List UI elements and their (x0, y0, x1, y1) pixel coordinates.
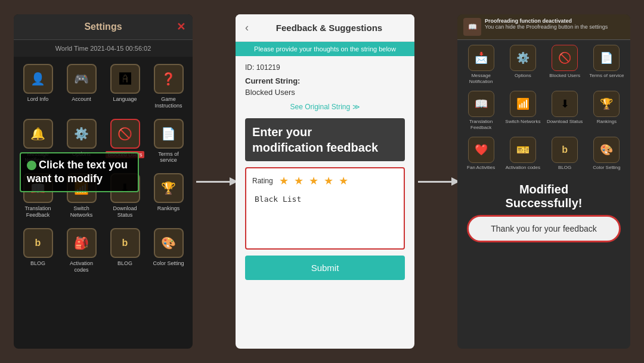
color-label: Color Setting (153, 260, 184, 267)
arrow-2 (418, 181, 454, 183)
current-string-label: Current String: (245, 76, 405, 85)
success-item-activation[interactable]: 🎫 Activation codes (503, 134, 543, 173)
feedback-panel: ‹ Feedback & Suggestions Please provide … (236, 14, 414, 349)
settings-close-button[interactable]: ✕ (177, 20, 185, 33)
success-color-icon: 🎨 (593, 137, 620, 163)
settings-item-blog2[interactable]: b BLOG (104, 224, 145, 277)
settings-title: Settings (84, 21, 122, 32)
account-icon: 🎮 (67, 64, 97, 94)
success-blog-label: BLOG (558, 165, 571, 171)
success-rankings-label: Rankings (597, 119, 617, 125)
success-terms-label: Terms of service (589, 73, 624, 79)
settings-item-blog1[interactable]: b BLOG (17, 224, 58, 277)
success-fan-label: Fan Activities (467, 165, 495, 171)
settings-item-game-instructions[interactable]: ❓ Game Instructions (148, 60, 189, 113)
settings-item-lord-info[interactable]: 👤 Lord Info (17, 60, 58, 113)
settings-item-language[interactable]: 🅰 Language (104, 60, 145, 113)
instruction-overlay: Click the text you want to modify (20, 152, 139, 192)
download-label: Download Status (106, 205, 144, 219)
activation-label: Activation codes (62, 260, 101, 273)
back-button[interactable]: ‹ (245, 21, 249, 34)
success-blocked-label: Blocked Users (549, 73, 580, 79)
success-download-icon: ⬇ (552, 91, 578, 117)
settings-item-activation[interactable]: 🎒 Activation codes (61, 224, 102, 277)
rating-label: Rating (252, 177, 273, 185)
feedback-subtitle: Please provide your thoughts on the stri… (236, 42, 414, 56)
world-time: World Time 2021-04-15 00:56:02 (14, 40, 193, 57)
color-icon: 🎨 (154, 228, 184, 258)
message-notification-icon: 🔔 (23, 119, 53, 149)
success-options-label: Options (515, 73, 531, 79)
terms-label: Terms of service (149, 151, 188, 164)
settings-item-account[interactable]: 🎮 Account (61, 60, 102, 113)
settings-item-rankings[interactable]: 🏆 Rankings (148, 170, 189, 222)
success-msg-notif-label: Message Notification (462, 73, 500, 84)
arrow-1 (196, 181, 232, 183)
success-item-options[interactable]: ⚙️ Options (503, 42, 543, 87)
settings-item-terms[interactable]: 📄 Terms of service (148, 115, 189, 168)
success-item-blog[interactable]: b BLOG (545, 134, 585, 173)
settings-header: Settings ✕ (14, 14, 193, 40)
feedback-textarea[interactable]: Black List (252, 192, 398, 240)
success-panel: 📖 Proofreading function deactivated You … (457, 14, 630, 349)
rankings-icon: 🏆 (154, 173, 184, 203)
success-translation-label: Translation Feedback (462, 119, 500, 130)
success-grid: 📩 Message Notification ⚙️ Options 🚫 Bloc… (457, 40, 630, 176)
success-color-label: Color Setting (593, 165, 620, 171)
notification-body: You can hide the Proofreading button in … (485, 24, 608, 30)
success-item-download[interactable]: ⬇ Download Status (545, 88, 585, 133)
success-terms-icon: 📄 (593, 45, 620, 71)
success-item-switch[interactable]: 📶 Switch Networks (503, 88, 543, 133)
feedback-id: ID: 101219 (245, 63, 405, 72)
settings-panel: Settings ✕ World Time 2021-04-15 00:56:0… (14, 14, 193, 349)
success-switch-label: Switch Networks (505, 119, 540, 125)
star-rating[interactable]: ★ ★ ★ ★ ★ (279, 174, 349, 187)
activation-icon: 🎒 (67, 228, 97, 258)
modified-successfully-text: ModifiedSuccessfully! (457, 176, 630, 215)
settings-item-color[interactable]: 🎨 Color Setting (148, 224, 189, 277)
lord-info-icon: 👤 (23, 64, 53, 94)
language-icon: 🅰 (110, 64, 140, 94)
modification-line2: modification feedback (252, 140, 398, 155)
see-original-link[interactable]: See Original String ≫ (245, 103, 405, 111)
success-activation-icon: 🎫 (510, 137, 536, 163)
submit-button[interactable]: Submit (245, 256, 405, 280)
success-item-translation[interactable]: 📖 Translation Feedback (461, 88, 501, 133)
lord-info-label: Lord Info (27, 96, 49, 103)
language-label: Language (113, 96, 137, 103)
notification-icon: 📖 (463, 18, 481, 36)
blog2-icon: b (110, 228, 140, 258)
success-item-fan[interactable]: ❤️ Fan Activities (461, 134, 501, 173)
current-string-value: Blocked Users (245, 88, 405, 97)
notification-text: Proofreading function deactivated You ca… (485, 18, 608, 30)
success-rankings-icon: 🏆 (593, 91, 620, 117)
feedback-form-area: Rating ★ ★ ★ ★ ★ Black List (245, 167, 405, 250)
dot-indicator (27, 161, 36, 170)
success-item-rankings[interactable]: 🏆 Rankings (587, 88, 627, 133)
success-item-terms[interactable]: 📄 Terms of service (587, 42, 627, 87)
success-download-label: Download Status (547, 119, 583, 125)
thankyou-button[interactable]: Thank you for your feedback (467, 215, 621, 242)
game-instructions-label: Game Instructions (149, 96, 188, 109)
arrow-line-1 (196, 181, 232, 183)
success-activation-label: Activation codes (506, 165, 540, 171)
success-blocked-icon: 🚫 (552, 45, 578, 71)
notification-title: Proofreading function deactivated (485, 18, 608, 24)
success-msg-notif-icon: 📩 (468, 45, 494, 71)
modification-line1: Enter your (252, 124, 398, 140)
success-switch-icon: 📶 (510, 91, 536, 117)
game-instructions-icon: ❓ (154, 64, 184, 94)
success-blog-icon: b (552, 137, 578, 163)
blog1-label: BLOG (30, 260, 45, 267)
success-item-msg-notif[interactable]: 📩 Message Notification (461, 42, 501, 87)
blog2-label: BLOG (117, 260, 132, 267)
success-options-icon: ⚙️ (510, 45, 536, 71)
feedback-body: ID: 101219 Current String: Blocked Users… (236, 56, 414, 349)
blog1-icon: b (23, 228, 53, 258)
rankings-label: Rankings (157, 205, 180, 212)
rating-row: Rating ★ ★ ★ ★ ★ (252, 174, 398, 187)
account-label: Account (72, 96, 91, 103)
success-item-blocked[interactable]: 🚫 Blocked Users (545, 42, 585, 87)
success-item-color[interactable]: 🎨 Color Setting (587, 134, 627, 173)
options-icon: ⚙️ (67, 119, 97, 149)
